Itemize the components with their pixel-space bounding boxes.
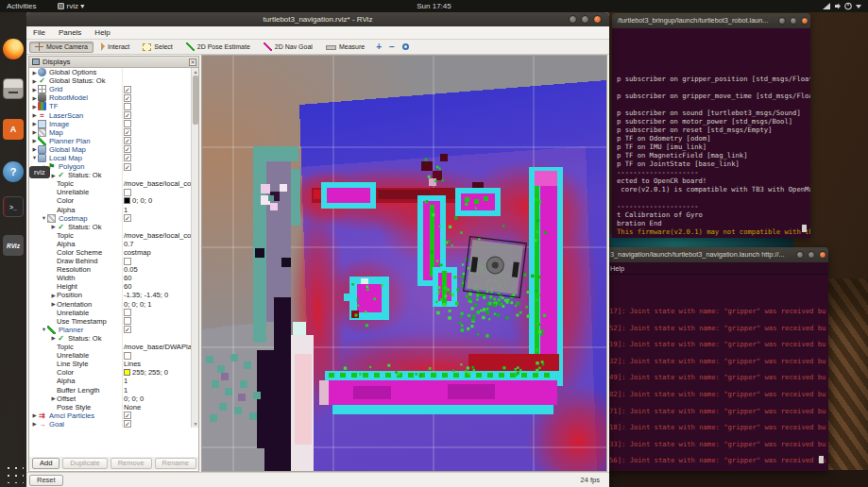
expand-arrow-icon[interactable]: ▶ — [50, 395, 57, 401]
row-value[interactable]: costmap — [124, 248, 151, 257]
checkbox[interactable]: ✓ — [124, 214, 131, 222]
firefox-icon[interactable] — [3, 39, 24, 59]
property-row[interactable]: Alpha1 — [29, 377, 192, 385]
checkbox[interactable]: ✓ — [124, 94, 131, 102]
duplicate-button[interactable]: Duplicate — [62, 458, 107, 469]
property-row[interactable]: Color0; 0; 0 — [29, 196, 192, 205]
row-value[interactable]: 0; 0; 0 — [132, 196, 152, 205]
property-row[interactable]: Unreliable — [29, 351, 192, 360]
tree-row[interactable]: ▶✓Global Status: Ok — [29, 76, 192, 85]
minimize-button[interactable] — [778, 17, 786, 25]
checkbox[interactable]: ✓ — [124, 111, 131, 119]
expand-arrow-icon[interactable]: ▶ — [31, 104, 38, 109]
display-row[interactable]: ▼⚑Polygon✓ — [29, 162, 192, 171]
expand-arrow-icon[interactable]: ▶ — [31, 70, 38, 76]
expand-arrow-icon[interactable]: ▶ — [31, 95, 38, 101]
expand-arrow-icon[interactable]: ▼ — [41, 215, 47, 221]
display-row[interactable]: ▶Image — [29, 120, 192, 128]
property-row[interactable]: Resolution0.05 — [29, 265, 192, 274]
row-value[interactable]: 0; 0; 0; 1 — [124, 300, 152, 309]
display-row[interactable]: ▼Local Map✓ — [29, 154, 192, 162]
checkbox[interactable] — [124, 317, 131, 325]
close-button[interactable] — [819, 251, 826, 259]
row-value[interactable]: -1.35; -1.45; 0 — [124, 291, 168, 299]
reset-button[interactable]: Reset — [29, 475, 63, 486]
tool-interact[interactable]: Interact — [95, 42, 135, 53]
property-row[interactable]: ▶Position-1.35; -1.45; 0 — [29, 291, 192, 299]
display-row[interactable]: ▶Grid✓ — [29, 85, 192, 93]
displays-panel-header[interactable]: Displays ✕ — [29, 57, 198, 68]
display-row[interactable]: ▶⇉Amcl Particles✓ — [29, 411, 192, 420]
scrollbar-thumb[interactable] — [193, 76, 198, 125]
tree-scrollbar[interactable]: ▲ ▼ — [191, 68, 198, 428]
expand-arrow-icon[interactable]: ▶ — [50, 301, 57, 307]
scroll-down-icon[interactable]: ▼ — [192, 421, 199, 427]
property-row[interactable]: Use Timestamp — [29, 317, 192, 326]
checkbox[interactable]: ✓ — [124, 163, 131, 171]
tool-measure[interactable]: Measure — [320, 42, 370, 53]
terminal-titlebar[interactable]: 3_navigation/launch/turtlebot3_navigatio… — [604, 247, 828, 262]
property-row[interactable]: ▶Offset0; 0; 0 — [29, 395, 192, 403]
tool-2d-nav-goal[interactable]: 2D Nav Goal — [258, 42, 318, 53]
zoom-out-button[interactable]: − — [389, 42, 395, 52]
maximize-button[interactable] — [808, 251, 815, 259]
row-value[interactable]: None — [124, 403, 141, 411]
minimize-button[interactable] — [569, 15, 577, 24]
checkbox[interactable]: ✓ — [124, 137, 131, 144]
checkbox[interactable] — [124, 352, 131, 360]
checkbox[interactable]: ✓ — [124, 128, 131, 136]
property-row[interactable]: Color255; 255; 0 — [29, 368, 192, 377]
row-value[interactable]: 1 — [124, 377, 128, 385]
tree-row[interactable]: ▶✓Status: Ok — [29, 223, 192, 231]
checkbox[interactable]: ✓ — [124, 411, 131, 419]
menu-file[interactable]: File — [33, 28, 45, 37]
checkbox[interactable]: ✓ — [124, 326, 131, 333]
property-row[interactable]: Alpha0.7 — [29, 240, 192, 248]
expand-arrow-icon[interactable]: ▶ — [31, 129, 38, 135]
row-value[interactable]: 0.05 — [124, 265, 138, 274]
checkbox[interactable]: ✓ — [124, 145, 131, 153]
rviz-icon[interactable]: RViz — [3, 235, 24, 256]
property-row[interactable]: Unreliable — [29, 309, 192, 317]
row-value[interactable]: 60 — [124, 274, 131, 282]
maximize-button[interactable] — [581, 15, 589, 24]
add-button[interactable]: Add — [32, 458, 60, 469]
show-applications-icon[interactable] — [3, 462, 24, 483]
row-value[interactable]: 0.7 — [124, 240, 134, 248]
expand-arrow-icon[interactable]: ▶ — [50, 173, 57, 178]
expand-arrow-icon[interactable]: ▶ — [31, 121, 38, 126]
row-value[interactable]: 1 — [124, 206, 128, 214]
tool-2d-pose-estimate[interactable]: 2D Pose Estimate — [180, 42, 256, 53]
tree-row[interactable]: ▶✓Status: Ok — [29, 171, 192, 179]
expand-arrow-icon[interactable]: ▶ — [31, 78, 38, 84]
menu-panels[interactable]: Panels — [59, 28, 81, 37]
expand-arrow-icon[interactable]: ▶ — [31, 421, 38, 427]
property-row[interactable]: Width60 — [29, 274, 192, 282]
terminal-menu-help[interactable]: Help — [604, 262, 828, 275]
property-row[interactable]: ▶Orientation0; 0; 0; 1 — [29, 300, 192, 309]
display-row[interactable]: ▼Planner✓ — [29, 326, 192, 334]
maximize-button[interactable] — [790, 17, 797, 25]
text-editor-icon[interactable]: A — [3, 119, 24, 140]
tool-move-camera[interactable]: Move Camera — [29, 42, 94, 53]
expand-arrow-icon[interactable]: ▼ — [31, 155, 38, 160]
rviz-titlebar[interactable]: turtlebot3_navigation.rviz* - RViz — [26, 12, 609, 26]
property-row[interactable]: Height60 — [29, 282, 192, 291]
expand-arrow-icon[interactable]: ▶ — [50, 224, 57, 229]
property-row[interactable]: Pose StyleNone — [29, 403, 192, 411]
expand-arrow-icon[interactable]: ▶ — [50, 293, 57, 298]
property-row[interactable]: Buffer Length1 — [29, 385, 192, 394]
row-value[interactable]: 1 — [124, 386, 128, 395]
system-tray[interactable] — [823, 2, 862, 12]
checkbox[interactable] — [124, 103, 131, 110]
row-value[interactable]: /move_base/local_co... — [124, 179, 192, 188]
row-value[interactable]: Lines — [124, 360, 141, 368]
terminal-icon[interactable]: >_ — [3, 196, 24, 217]
clock[interactable]: Sun 17:45 — [0, 2, 868, 10]
row-value[interactable]: 60 — [124, 282, 131, 291]
render-viewport[interactable] — [201, 55, 607, 472]
checkbox[interactable] — [124, 120, 131, 127]
property-row[interactable]: Alpha1 — [29, 206, 192, 214]
property-row[interactable]: Topic/move_base/DWAPla... — [29, 343, 192, 351]
row-value[interactable]: /move_base/DWAPla... — [124, 343, 192, 351]
